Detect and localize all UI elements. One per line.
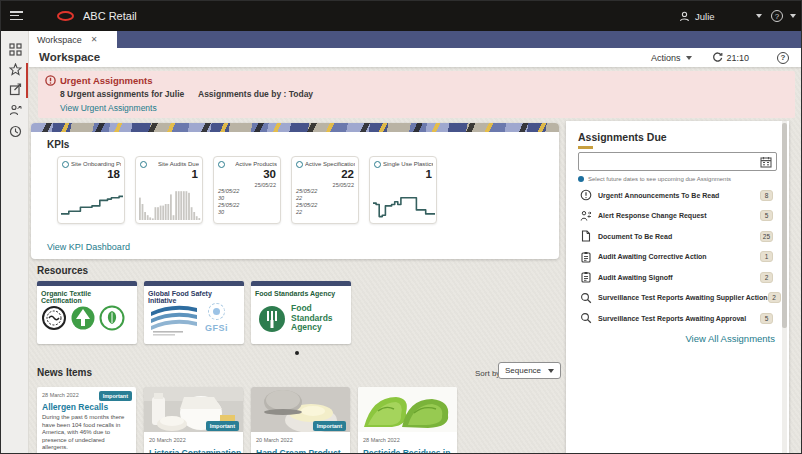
due-date-input[interactable]: [583, 154, 753, 169]
alert-circle-icon: [45, 75, 56, 86]
rail-scroll-indicator: [26, 63, 29, 98]
news-date: 20 March 2022: [256, 437, 293, 443]
scrollbar-thumb[interactable]: [782, 123, 787, 328]
document-icon: [580, 230, 592, 242]
kpi-target-icon: [140, 161, 147, 168]
assignment-item-surveillance-approval[interactable]: Surveillance Test Reports Awaiting Appro…: [566, 308, 789, 329]
count-badge: 5: [760, 210, 773, 221]
count-badge: 2: [768, 292, 781, 303]
app-name: ABC Retail: [83, 10, 137, 22]
chevron-down-icon[interactable]: [790, 14, 796, 18]
view-kpi-dashboard-link[interactable]: View KPI Dashboard: [47, 242, 130, 252]
count-badge: 5: [760, 313, 773, 324]
kpi-sparkline-chart: [373, 188, 435, 220]
audit-icon: [580, 251, 592, 263]
tartan-banner-image: [31, 123, 559, 132]
resources-heading: Resources: [37, 265, 88, 276]
tab-close-icon[interactable]: ✕: [91, 35, 98, 44]
assignment-item-urgent-announcements[interactable]: Urgent! Announcements To Be Read 8: [566, 185, 789, 206]
resource-title: Organic Textile Certification: [41, 290, 133, 304]
kpi-panel: KPIs Site Onboarding Pr... 18 Site Audit…: [31, 123, 559, 259]
kpi-value: 1: [426, 168, 432, 180]
alert-response-icon: [580, 210, 592, 222]
carousel-dot[interactable]: [295, 351, 299, 355]
person-icon: [679, 11, 690, 22]
assignment-item-alert-response[interactable]: Alert Response Change Request 5: [566, 206, 789, 227]
help-icon[interactable]: ?: [771, 10, 783, 22]
chevron-down-icon[interactable]: [756, 14, 762, 18]
kpi-value: 18: [107, 168, 120, 180]
user-menu[interactable]: Julie: [679, 1, 762, 31]
news-card-pesticide-residues[interactable]: 28 March 2022 Pesticide Residues in: [358, 387, 457, 454]
kpi-title: Single Use Plastics ...: [383, 161, 433, 167]
edit-tasks-icon[interactable]: [9, 83, 22, 96]
view-all-assignments-link[interactable]: View All Assignments: [685, 333, 775, 344]
kpi-value: 22: [341, 168, 354, 180]
surveillance-icon: [580, 292, 592, 304]
help-menu[interactable]: ?: [771, 1, 796, 31]
news-date: 28 March 2022: [363, 437, 400, 443]
kpi-target-icon: [296, 161, 303, 168]
recent-history-clock-icon[interactable]: [9, 125, 22, 138]
urgent-summary: 8 Urgent assignments for Julie: [60, 89, 184, 99]
oracle-logo-icon: [57, 11, 74, 21]
count-badge: 1: [760, 251, 773, 262]
assignment-item-audit-signoff[interactable]: Audit Awaiting Signoff 2: [566, 267, 789, 288]
kpi-value: 30: [263, 168, 276, 180]
chevron-down-icon: [548, 369, 554, 373]
consumer-goods-forum-waves: [149, 302, 201, 336]
assignment-item-audit-corrective-action[interactable]: Audit Awaiting Corrective Action 1: [566, 247, 789, 268]
chevron-down-icon[interactable]: [686, 56, 692, 60]
card-accent-bar: [144, 281, 244, 286]
assignments-heading: Assignments Due: [578, 131, 667, 143]
view-urgent-assignments-link[interactable]: View Urgent Assignments: [60, 103, 157, 113]
surveillance-icon: [580, 312, 592, 324]
card-accent-bar: [251, 281, 351, 286]
kpi-target-icon: [218, 161, 225, 168]
kpi-tile-active-products[interactable]: Active Products 30 25/05/22 25/05/2230 2…: [213, 156, 281, 224]
news-title: Listeria Contamination: [149, 448, 241, 454]
count-badge: 8: [760, 190, 773, 201]
assignment-item-document-to-read[interactable]: Document To Be Read 25: [566, 226, 789, 247]
kpi-date: 25/05/22: [255, 182, 276, 188]
kpi-data-lines: 25/05/2222 25/05/2222: [296, 188, 317, 216]
page-help-icon[interactable]: ?: [777, 52, 789, 64]
sort-select[interactable]: Sequence: [498, 362, 561, 379]
news-card-row: 28 March 2022 Important Allergen Recalls…: [37, 387, 457, 454]
news-items-heading: News Items: [37, 367, 92, 378]
hamburger-menu-icon[interactable]: [10, 11, 23, 20]
urgent-announcement-icon: [580, 189, 592, 201]
resource-card-gfsi[interactable]: Global Food Safety Initiative GFSi: [144, 281, 244, 344]
favorites-star-icon[interactable]: [9, 63, 22, 76]
assignment-list: Urgent! Announcements To Be Read 8 Alert…: [566, 185, 789, 329]
info-dot-icon: [578, 176, 584, 182]
kpi-tile-active-specifications[interactable]: Active Specifications 22 25/05/22 25/05/…: [291, 156, 359, 224]
assignment-item-surveillance-supplier-action[interactable]: Surveillance Test Reports Awaiting Suppl…: [566, 288, 789, 309]
tab-workspace[interactable]: Workspace ✕: [29, 31, 117, 48]
kpi-tile-site-audits-due[interactable]: Site Audits Due 1: [135, 156, 203, 224]
actions-button[interactable]: Actions: [651, 53, 681, 63]
kpi-tile-single-use-plastics[interactable]: Single Use Plastics ... 1: [369, 156, 437, 224]
kpi-sparkline-chart: [61, 188, 123, 220]
page-header: Workspace Actions 21:10 ?: [29, 48, 802, 67]
news-card-hand-cream-product[interactable]: Important 20 March 2022 Hand Cream Produ…: [251, 387, 350, 454]
shared-user-icon[interactable]: [9, 104, 22, 117]
resource-title: Food Standards Agency: [255, 290, 347, 297]
calendar-icon[interactable]: [760, 156, 772, 168]
sidebar-scrollbar: [782, 121, 787, 454]
resource-card-food-standards-agency[interactable]: Food Standards Agency Food Standards Age…: [251, 281, 351, 344]
news-card-allergen-recalls[interactable]: 28 March 2022 Important Allergen Recalls…: [37, 387, 136, 454]
app-window: ABC Retail Julie ? Workspace ✕ Workspace…: [0, 0, 802, 454]
urgent-due-by: Assignments due by : Today: [198, 89, 313, 99]
sort-by-label: Sort by: [475, 369, 500, 378]
tab-bar: Workspace ✕: [29, 31, 802, 48]
news-title: Hand Cream Product: [256, 448, 341, 454]
important-badge: Important: [206, 421, 239, 431]
kpi-tile-site-onboarding[interactable]: Site Onboarding Pr... 18: [57, 156, 125, 224]
card-accent-bar: [37, 281, 137, 286]
resource-card-organic-textile[interactable]: Organic Textile Certification: [37, 281, 137, 344]
news-card-listeria-contamination[interactable]: Important 20 March 2022 Listeria Contami…: [144, 387, 243, 454]
refresh-button[interactable]: 21:10: [712, 52, 749, 63]
apps-grid-icon[interactable]: [9, 43, 22, 56]
urgent-banner-title: Urgent Assignments: [60, 75, 153, 86]
